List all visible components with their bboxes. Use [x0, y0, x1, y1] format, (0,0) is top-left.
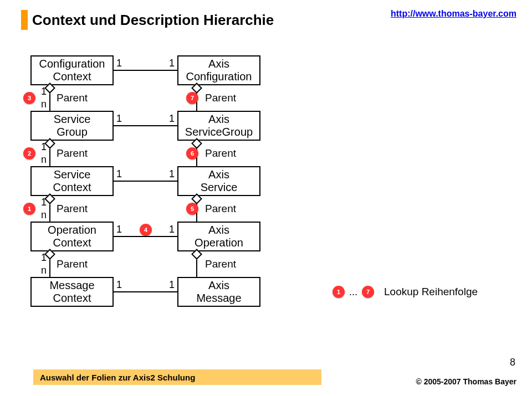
box-axis-service: Axis Service	[177, 166, 260, 196]
label-parent: Parent	[205, 258, 236, 270]
footer-subtitle-bar: Auswahl der Folien zur Axis2 Schulung	[33, 369, 321, 385]
box-line1: Operation	[48, 224, 96, 236]
lookup-step-6: 6	[186, 147, 198, 160]
footer-copyright: © 2005-2007 Thomas Bayer	[416, 377, 516, 386]
page-number: 8	[510, 357, 515, 368]
lookup-step-7: 7	[186, 92, 198, 104]
box-line2: Operation	[195, 236, 243, 249]
mult-1: 1	[116, 224, 122, 235]
box-line2: ServiceGroup	[185, 126, 253, 138]
mult-1: 1	[169, 224, 175, 235]
label-parent: Parent	[205, 92, 236, 104]
lookup-to-circle: 7	[362, 286, 374, 298]
mult-n: n	[41, 99, 47, 110]
label-parent: Parent	[57, 258, 88, 270]
label-parent: Parent	[57, 92, 88, 104]
box-line1: Axis	[208, 279, 229, 292]
box-service-group: Service Group	[30, 111, 114, 141]
box-configuration-context: Configuration Context	[30, 55, 114, 85]
box-line2: Message	[196, 292, 241, 305]
box-line1: Service	[54, 113, 91, 126]
box-line2: Group	[57, 126, 88, 138]
hlink-0	[114, 70, 177, 71]
box-line1: Axis	[208, 224, 229, 236]
box-line1: Axis	[208, 58, 229, 70]
mult-1: 1	[41, 141, 47, 153]
hlink-1	[114, 125, 177, 126]
mult-1: 1	[41, 252, 47, 264]
label-parent: Parent	[205, 147, 236, 160]
mult-1: 1	[169, 58, 175, 69]
box-line2: Context	[53, 181, 91, 194]
lookup-step-1: 1	[23, 203, 35, 215]
lookup-step-5: 5	[186, 203, 198, 215]
mult-n: n	[41, 154, 47, 166]
mult-1: 1	[169, 168, 175, 180]
lookup-from-circle: 1	[332, 286, 345, 298]
box-operation-context: Operation Context	[30, 222, 114, 251]
lookup-label: Lookup Reihenfolge	[384, 286, 478, 298]
hlink-4	[114, 291, 177, 292]
mult-1: 1	[116, 113, 122, 125]
lookup-step-2: 2	[23, 147, 35, 160]
box-line1: Configuration	[39, 58, 105, 70]
lookup-legend: 1 ... 7 Lookup Reihenfolge	[332, 286, 478, 298]
box-line2: Configuration	[186, 70, 252, 83]
box-axis-message: Axis Message	[177, 277, 260, 307]
mult-n: n	[41, 209, 47, 221]
footer-subtitle: Auswahl der Folien zur Axis2 Schulung	[40, 373, 195, 382]
label-parent: Parent	[57, 147, 88, 160]
box-line2: Context	[53, 70, 91, 83]
box-line1: Axis	[208, 168, 229, 181]
hlink-2	[114, 181, 177, 182]
lookup-step-3: 3	[23, 92, 35, 104]
lookup-step-4: 4	[140, 224, 152, 236]
box-service-context: Service Context	[30, 166, 114, 196]
box-axis-servicegroup: Axis ServiceGroup	[177, 111, 260, 141]
box-axis-configuration: Axis Configuration	[177, 55, 260, 85]
box-line1: Service	[54, 168, 91, 181]
mult-1: 1	[41, 197, 47, 208]
diagram-stage: Configuration Context Service Group Serv…	[0, 0, 532, 396]
box-line2: Service	[201, 181, 238, 194]
mult-1: 1	[169, 113, 175, 125]
mult-n: n	[41, 265, 47, 276]
box-axis-operation: Axis Operation	[177, 222, 260, 251]
box-line2: Context	[53, 236, 91, 249]
box-line1: Axis	[208, 113, 229, 126]
mult-1: 1	[41, 86, 47, 97]
mult-1: 1	[116, 58, 122, 69]
box-line2: Context	[53, 292, 91, 305]
label-parent: Parent	[57, 203, 88, 215]
hlink-3	[114, 236, 177, 237]
box-message-context: Message Context	[30, 277, 114, 307]
mult-1: 1	[169, 279, 175, 291]
label-parent: Parent	[205, 203, 236, 215]
lookup-dots: ...	[349, 286, 357, 298]
box-line1: Message	[49, 279, 94, 292]
mult-1: 1	[116, 279, 122, 291]
mult-1: 1	[116, 168, 122, 180]
